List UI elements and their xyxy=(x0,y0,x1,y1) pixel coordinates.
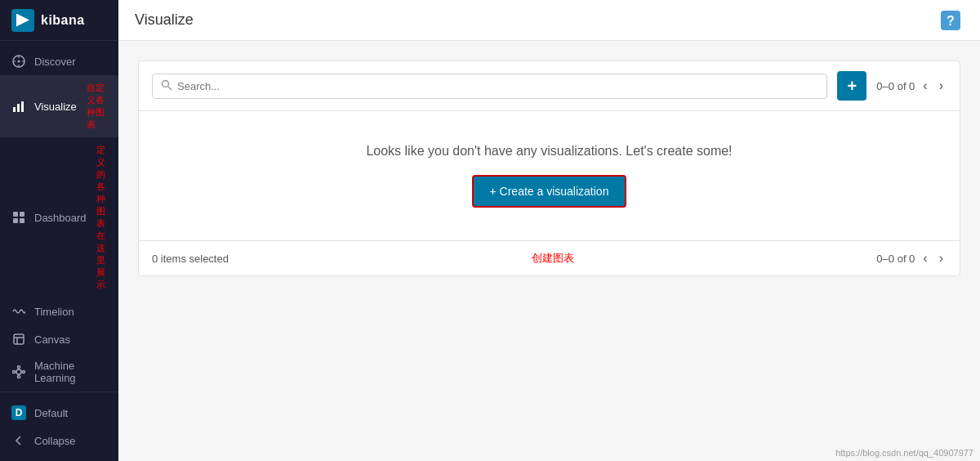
compass-icon xyxy=(11,54,26,69)
svg-rect-7 xyxy=(17,104,20,112)
sidebar-label-collapse: Collapse xyxy=(34,435,76,447)
svg-rect-8 xyxy=(21,101,24,112)
bottom-prev-page-button[interactable]: ‹ xyxy=(920,249,930,267)
sidebar-item-dashboard-group: Dashboard 定义的各种图表在这里展示 xyxy=(0,137,118,298)
help-icon-button[interactable]: ? xyxy=(938,7,964,34)
svg-point-19 xyxy=(13,371,16,374)
svg-point-17 xyxy=(18,366,20,369)
top-bar-right: ? xyxy=(938,7,964,34)
svg-point-18 xyxy=(18,376,20,378)
svg-point-20 xyxy=(23,371,25,374)
sidebar-bottom: D Default Collapse xyxy=(0,392,118,461)
bottom-pagination-text: 0–0 of 0 xyxy=(876,253,915,265)
items-selected-text: 0 items selected xyxy=(152,253,229,265)
prev-page-button[interactable]: ‹ xyxy=(920,77,930,95)
next-page-button[interactable]: › xyxy=(936,77,947,95)
url-hint: https://blog.csdn.net/qq_40907977 xyxy=(835,448,973,458)
dashboard-annotation: 定义的各种图表在这里展示 xyxy=(96,144,107,291)
svg-point-37 xyxy=(163,80,169,87)
bottom-bar: 0 items selected 创建图表 0–0 of 0 ‹ › xyxy=(139,240,960,275)
page-title: Visualize xyxy=(135,11,194,29)
sidebar-label-default: Default xyxy=(34,407,68,419)
search-icon xyxy=(161,79,172,93)
nav-items: Discover Visualize 自定义各种图表 xyxy=(0,41,118,392)
logo-area[interactable]: kibana xyxy=(0,0,118,41)
sidebar-label-canvas: Canvas xyxy=(34,333,70,346)
arrow-left-icon xyxy=(11,433,26,448)
svg-rect-10 xyxy=(20,212,24,217)
sidebar-label-timelion: Timelion xyxy=(34,306,74,318)
svg-text:?: ? xyxy=(947,14,955,28)
sidebar-item-machine-learning[interactable]: Machine Learning xyxy=(0,353,118,391)
sidebar-label-machine-learning: Machine Learning xyxy=(34,360,107,384)
sidebar-label-visualize: Visualize xyxy=(34,101,77,113)
search-input-wrapper[interactable] xyxy=(152,74,827,99)
top-pagination: 0–0 of 0 ‹ › xyxy=(876,77,947,95)
kibana-logo xyxy=(11,9,34,32)
logo-text: kibana xyxy=(41,13,85,28)
sidebar-item-discover[interactable]: Discover xyxy=(0,47,118,75)
svg-line-38 xyxy=(168,87,172,90)
create-chart-annotation: 创建图表 xyxy=(532,251,574,266)
sidebar: kibana Discover xyxy=(0,0,118,461)
grid-icon xyxy=(11,210,26,225)
sidebar-item-collapse[interactable]: Collapse xyxy=(0,427,118,454)
sidebar-item-visualize[interactable]: Visualize 自定义各种图表 xyxy=(0,75,118,137)
svg-rect-13 xyxy=(14,334,24,344)
svg-rect-9 xyxy=(13,212,18,217)
visualizations-card: + 0–0 of 0 ‹ › Looks like you don't have… xyxy=(138,60,960,276)
default-avatar-icon: D xyxy=(11,405,26,420)
sidebar-item-visualize-group: Visualize 自定义各种图表 xyxy=(0,75,118,137)
sidebar-item-timelion[interactable]: Timelion xyxy=(0,298,118,325)
sidebar-item-default[interactable]: D Default xyxy=(0,399,118,427)
sidebar-label-discover: Discover xyxy=(34,56,76,68)
sidebar-item-dashboard[interactable]: Dashboard 定义的各种图表在这里展示 xyxy=(0,137,118,298)
visualize-annotation: 自定义各种图表 xyxy=(87,82,107,131)
create-visualization-button[interactable]: + Create a visualization xyxy=(472,175,627,208)
svg-point-16 xyxy=(16,369,21,374)
wave-icon xyxy=(11,304,26,319)
sidebar-label-dashboard: Dashboard xyxy=(34,212,87,224)
chart-icon xyxy=(11,99,26,114)
add-visualization-button[interactable]: + xyxy=(837,71,866,101)
bottom-pagination: 0–0 of 0 ‹ › xyxy=(876,249,947,267)
search-bar-row: + 0–0 of 0 ‹ › xyxy=(139,61,960,111)
svg-rect-12 xyxy=(20,218,24,223)
svg-rect-11 xyxy=(13,218,18,223)
top-bar: Visualize ? xyxy=(118,0,980,41)
sidebar-item-canvas[interactable]: Canvas xyxy=(0,325,118,353)
content-area: + 0–0 of 0 ‹ › Looks like you don't have… xyxy=(118,41,980,461)
svg-rect-6 xyxy=(13,107,16,112)
palette-icon xyxy=(11,332,26,347)
bottom-next-page-button[interactable]: › xyxy=(936,249,947,267)
ml-icon xyxy=(11,365,26,379)
kibana-logo-icon xyxy=(16,14,29,27)
main-content: Visualize ? xyxy=(118,0,980,461)
top-pagination-text: 0–0 of 0 xyxy=(876,80,915,92)
empty-state: Looks like you don't have any visualizat… xyxy=(139,111,960,240)
search-input[interactable] xyxy=(177,80,818,92)
svg-point-1 xyxy=(18,60,20,63)
empty-state-message: Looks like you don't have any visualizat… xyxy=(155,144,943,159)
